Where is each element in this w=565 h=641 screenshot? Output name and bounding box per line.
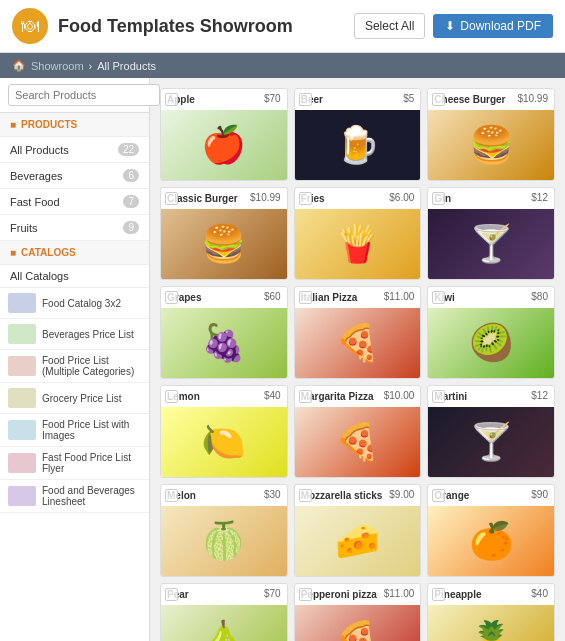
catalog-item-6[interactable]: Food and Beverages Linesheet [0, 480, 149, 513]
product-image: 🍈 [161, 506, 287, 576]
product-card[interactable]: Fries$6.00🍟 [294, 187, 422, 280]
header: 🍽 Food Templates Showroom Select All ⬇ D… [0, 0, 565, 53]
search-input[interactable] [8, 84, 160, 106]
breadcrumb-showroom[interactable]: Showroom [31, 60, 84, 72]
product-card[interactable]: Lemon$40🍋 [160, 385, 288, 478]
product-card[interactable]: Orange$90🍊 [427, 484, 555, 577]
product-card[interactable]: Mozzarella sticks$9.00🧀 [294, 484, 422, 577]
product-checkbox[interactable] [165, 291, 178, 304]
product-image: 🍇 [161, 308, 287, 378]
catalog-thumbnail [8, 420, 36, 440]
product-price: $6.00 [389, 192, 414, 203]
product-emoji: 🍊 [469, 523, 514, 559]
product-info: Kiwi$80 [428, 287, 554, 308]
product-name: Cheese Burger [434, 93, 517, 106]
select-all-button[interactable]: Select All [354, 13, 425, 39]
product-checkbox[interactable] [432, 390, 445, 403]
product-checkbox[interactable] [299, 588, 312, 601]
sidebar-item-count: 9 [123, 221, 139, 234]
catalogs-nav: Food Catalog 3x2Beverages Price ListFood… [0, 288, 149, 513]
product-card[interactable]: Pear$70🍐 [160, 583, 288, 641]
product-info: Apple$70 [161, 89, 287, 110]
product-info: Orange$90 [428, 485, 554, 506]
product-emoji: 🍟 [335, 226, 380, 262]
product-emoji: 🍇 [201, 325, 246, 361]
product-card[interactable]: Grapes$60🍇 [160, 286, 288, 379]
sidebar-item-count: 22 [118, 143, 139, 156]
all-catalogs-item[interactable]: All Catalogs [0, 265, 149, 288]
product-price: $12 [531, 390, 548, 401]
product-checkbox[interactable] [299, 489, 312, 502]
product-price: $30 [264, 489, 281, 500]
catalog-item-5[interactable]: Fast Food Price List Flyer [0, 447, 149, 480]
product-checkbox[interactable] [432, 93, 445, 106]
product-checkbox[interactable] [165, 192, 178, 205]
catalog-label: Food Price List (Multiple Categories) [42, 355, 141, 377]
sidebar-item-all-products[interactable]: All Products22 [0, 137, 149, 163]
product-card[interactable]: Cheese Burger$10.99🍔 [427, 88, 555, 181]
product-image: 🧀 [295, 506, 421, 576]
product-info: Classic Burger$10.99 [161, 188, 287, 209]
catalog-thumbnail [8, 453, 36, 473]
catalog-item-0[interactable]: Food Catalog 3x2 [0, 288, 149, 319]
product-image: 🍕 [295, 605, 421, 641]
sidebar-item-fruits[interactable]: Fruits9 [0, 215, 149, 241]
product-card[interactable]: Pepperoni pizza$11.00🍕 [294, 583, 422, 641]
product-emoji: 🥝 [469, 325, 514, 361]
product-checkbox[interactable] [299, 93, 312, 106]
product-checkbox[interactable] [165, 390, 178, 403]
catalog-item-4[interactable]: Food Price List with Images [0, 414, 149, 447]
product-card[interactable]: Kiwi$80🥝 [427, 286, 555, 379]
product-checkbox[interactable] [299, 390, 312, 403]
product-card[interactable]: Pineapple$40🍍 [427, 583, 555, 641]
product-checkbox[interactable] [165, 489, 178, 502]
catalog-thumbnail [8, 356, 36, 376]
product-card[interactable]: Beer$5🍺 [294, 88, 422, 181]
product-info: Melon$30 [161, 485, 287, 506]
product-info: Margarita Pizza$10.00 [295, 386, 421, 407]
product-image: 🍎 [161, 110, 287, 180]
product-checkbox[interactable] [432, 588, 445, 601]
catalog-item-1[interactable]: Beverages Price List [0, 319, 149, 350]
download-pdf-button[interactable]: ⬇ Download PDF [433, 14, 553, 38]
product-emoji: 🍕 [335, 325, 380, 361]
product-name: Martini [434, 390, 531, 403]
product-price: $10.99 [250, 192, 281, 203]
page-title: Food Templates Showroom [58, 16, 293, 37]
product-card[interactable]: Martini$12🍸 [427, 385, 555, 478]
product-name: Classic Burger [167, 192, 250, 205]
product-card[interactable]: Melon$30🍈 [160, 484, 288, 577]
catalog-label: Beverages Price List [42, 329, 134, 340]
catalog-item-3[interactable]: Grocery Price List [0, 383, 149, 414]
sidebar-item-beverages[interactable]: Beverages6 [0, 163, 149, 189]
catalog-thumbnail [8, 486, 36, 506]
catalog-label: Food and Beverages Linesheet [42, 485, 141, 507]
product-card[interactable]: Apple$70🍎 [160, 88, 288, 181]
product-card[interactable]: Classic Burger$10.99🍔 [160, 187, 288, 280]
product-checkbox[interactable] [299, 291, 312, 304]
product-checkbox[interactable] [432, 192, 445, 205]
product-checkbox[interactable] [165, 588, 178, 601]
breadcrumb-separator: › [89, 60, 93, 72]
catalog-label: Food Catalog 3x2 [42, 298, 121, 309]
sidebar-item-label: Fast Food [10, 196, 60, 208]
product-checkbox[interactable] [432, 489, 445, 502]
product-image: 🍸 [428, 209, 554, 279]
product-name: Melon [167, 489, 264, 502]
product-card[interactable]: Italian Pizza$11.00🍕 [294, 286, 422, 379]
product-name: Lemon [167, 390, 264, 403]
product-price: $70 [264, 93, 281, 104]
catalogs-section-title: ■ CATALOGS [0, 241, 149, 265]
product-card[interactable]: Gin$12🍸 [427, 187, 555, 280]
main-layout: 🔍 ■ PRODUCTS All Products22Beverages6Fas… [0, 78, 565, 641]
catalog-item-2[interactable]: Food Price List (Multiple Categories) [0, 350, 149, 383]
product-info: Fries$6.00 [295, 188, 421, 209]
product-card[interactable]: Margarita Pizza$10.00🍕 [294, 385, 422, 478]
product-grid: Apple$70🍎Beer$5🍺Cheese Burger$10.99🍔Clas… [160, 88, 555, 641]
product-checkbox[interactable] [165, 93, 178, 106]
product-checkbox[interactable] [432, 291, 445, 304]
sidebar-item-fast-food[interactable]: Fast Food7 [0, 189, 149, 215]
catalogs-icon: ■ [10, 247, 16, 258]
product-checkbox[interactable] [299, 192, 312, 205]
product-image: 🍕 [295, 407, 421, 477]
